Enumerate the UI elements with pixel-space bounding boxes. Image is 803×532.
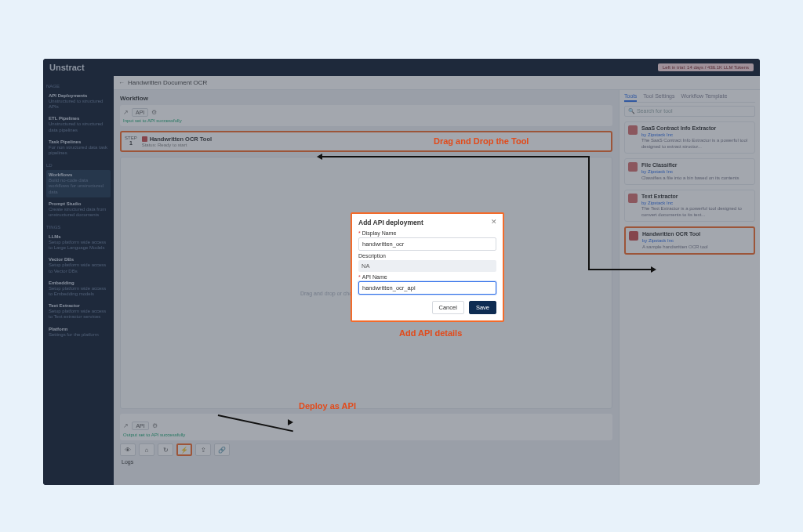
api-name-label: *API Name (358, 274, 496, 280)
export-icon[interactable]: ↗ (123, 422, 129, 429)
sidebar-item[interactable]: ETL PipelinesUnstructured to structured … (46, 114, 111, 135)
workflow-label: Workflow (120, 95, 612, 102)
arrow-line (322, 156, 588, 157)
tool-item[interactable]: Handwritten OCR Toolby Zipstack IncA sam… (624, 226, 755, 255)
output-card: ↗ API ⚙ Output set to API successfully (120, 414, 612, 440)
view-button[interactable]: 👁 (120, 443, 136, 456)
tools-panel: Tools Tool Settings Workflow Template 🔍 … (619, 90, 760, 485)
brand: Unstract (49, 63, 85, 72)
api-name-input[interactable] (358, 281, 496, 295)
input-helper: Input set to API successfully (123, 118, 609, 123)
tab-workflow-template[interactable]: Workflow Template (681, 93, 727, 100)
tool-icon (142, 136, 147, 142)
sidebar-item[interactable]: EmbeddingSetup platform wide access to E… (46, 278, 111, 299)
search-icon: 🔍 (628, 108, 635, 114)
cancel-button[interactable]: Cancel (432, 301, 464, 314)
modal-title: Add API deployment (358, 219, 496, 226)
description-input[interactable] (358, 260, 496, 272)
sidebar-item[interactable]: PlatformSettings for the platform (46, 324, 111, 340)
sidebar-section: NAGE (46, 84, 111, 89)
breadcrumb: ← Handwritten Document OCR (114, 76, 760, 90)
arrow-head-icon (317, 154, 322, 160)
step-number: STEP 1 (125, 136, 137, 146)
annot-add-api: Add API details (399, 328, 462, 338)
sidebar-item[interactable]: WorkflowsBuild no-code data workflows fo… (46, 170, 111, 197)
tool-item-icon (628, 162, 638, 172)
sidebar-section: LD (46, 163, 111, 168)
tab-tools[interactable]: Tools (624, 93, 637, 102)
sidebar-item[interactable]: Text ExtractorSetup platform wide access… (46, 301, 111, 322)
sidebar: NAGEAPI DeploymentsUnstructured to struc… (43, 76, 114, 485)
tool-item-icon (628, 194, 638, 203)
link-button[interactable]: 🔗 (214, 443, 230, 456)
tool-item-icon (629, 231, 638, 241)
gear-icon[interactable]: ⚙ (151, 109, 157, 116)
action-bar: 👁 ⌂ ↻ ⚡ ⇪ 🔗 (120, 443, 612, 456)
search-input[interactable]: 🔍 Search for tool (624, 106, 755, 117)
deploy-api-button[interactable]: ⚡ (176, 443, 192, 456)
trial-pill: Left in trial: 14 days / 436.1K LLM Toke… (658, 63, 754, 71)
tool-item-icon (628, 125, 638, 135)
arrow-head-icon (651, 266, 656, 273)
tool-item[interactable]: SaaS Contract Info Extractorby Zipstack … (624, 121, 755, 154)
tool-item[interactable]: File Classifierby Zipstack IncClassifies… (624, 158, 755, 185)
breadcrumb-title: Handwritten Document OCR (128, 79, 207, 86)
arrow-line (588, 269, 651, 270)
sidebar-item[interactable]: API DeploymentsUnstructured to structure… (46, 91, 111, 112)
tool-item[interactable]: Text Extractorby Zipstack IncThe Text Ex… (624, 190, 755, 222)
sidebar-item[interactable]: Prompt StudioCreate structured data from… (46, 199, 111, 220)
output-helper: Output set to API successfully (123, 432, 609, 437)
display-name-label: *Display Name (358, 230, 496, 236)
upload-button[interactable]: ⇪ (195, 443, 211, 456)
description-label: Description (358, 253, 496, 259)
arrow-head-icon (288, 419, 293, 425)
display-name-input[interactable] (358, 237, 496, 251)
gear-icon[interactable]: ⚙ (152, 422, 158, 429)
step-tool-name: Handwritten OCR Tool (150, 136, 212, 143)
back-icon[interactable]: ← (118, 79, 125, 86)
sidebar-item[interactable]: Task PipelinesFor non structured data ta… (46, 137, 111, 158)
home-button[interactable]: ⌂ (139, 443, 154, 456)
add-api-modal: ✕ Add API deployment *Display Name Descr… (351, 212, 504, 322)
logs-label: Logs (120, 456, 612, 465)
api-chip[interactable]: API (132, 108, 148, 117)
step-card[interactable]: STEP 1 Handwritten OCR Tool Status: Read… (120, 131, 612, 152)
sidebar-section: TINGS (46, 225, 111, 230)
arrow-line (588, 156, 590, 269)
export-icon[interactable]: ↗ (123, 109, 129, 116)
save-button[interactable]: Save (469, 301, 496, 314)
input-card: ↗ API ⚙ Input set to API successfully (120, 105, 612, 126)
annot-deploy: Deploy as API (299, 401, 356, 411)
api-chip[interactable]: API (132, 422, 148, 430)
sidebar-item[interactable]: Vector DBsSetup platform wide access to … (46, 255, 111, 276)
tab-tool-settings[interactable]: Tool Settings (643, 93, 674, 100)
step-status: Status: Ready to start (142, 143, 212, 147)
refresh-button[interactable]: ↻ (158, 443, 173, 456)
close-icon[interactable]: ✕ (491, 218, 497, 226)
annot-drag: Drag and Drop the Tool (434, 136, 529, 146)
sidebar-item[interactable]: LLMsSetup platform wide access to Large … (46, 232, 111, 253)
